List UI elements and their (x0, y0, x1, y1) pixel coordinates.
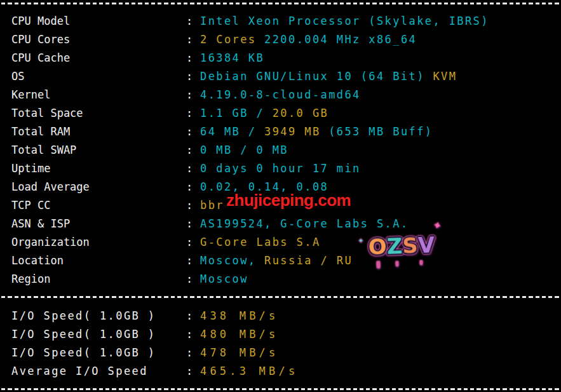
row-value: 438 MB/s (200, 309, 278, 322)
row-value: bbr (200, 199, 224, 212)
row-value: AS199524, G-Core Labs S.A. (200, 217, 409, 230)
paint-drip (420, 260, 422, 265)
row-colon: : (186, 307, 200, 325)
separator-line-bottom (1, 388, 559, 390)
row-value: 465.3 MB/s (200, 365, 298, 377)
row-colon: : (186, 344, 200, 362)
row-label: OS (11, 67, 186, 86)
row-colon: : (186, 252, 200, 270)
ozsv-letter: V (417, 234, 435, 256)
row-label: TCP CC (11, 196, 186, 215)
ozsv-letter: S (402, 234, 419, 257)
row-value: 0 days 0 hour 17 min (200, 162, 361, 175)
ozsv-logo-watermark: ✦ ✦ OZSV (365, 227, 438, 264)
row-value: 3949 MB (264, 125, 328, 138)
row-value: KVM (433, 70, 457, 83)
row-label: CPU Model (11, 12, 186, 30)
io-speed-section: I/O Speed( 1.0GB ): 438 MB/sI/O Speed( 1… (11, 307, 298, 381)
row-value: 478 MB/s (200, 346, 278, 359)
terminal-row: CPU Model: Intel Xeon Processor (Skylake… (11, 12, 489, 30)
terminal-row: CPU Cores: 2 Cores 2200.004 MHz x86_64 (11, 30, 489, 49)
terminal-row: Uptime: 0 days 0 hour 17 min (11, 159, 489, 178)
row-colon: : (186, 123, 200, 141)
row-colon: : (186, 12, 200, 30)
row-value: 16384 KB (200, 51, 264, 64)
row-value: 480 MB/s (200, 328, 278, 341)
row-label: I/O Speed( 1.0GB ) (11, 307, 186, 325)
row-value: 2 Cores (200, 33, 264, 46)
row-colon: : (186, 86, 200, 104)
terminal-row: I/O Speed( 1.0GB ): 480 MB/s (11, 325, 298, 344)
row-colon: : (186, 362, 200, 381)
row-label: Total Space (11, 104, 186, 123)
row-colon: : (186, 49, 200, 67)
terminal-row: CPU Cache: 16384 KB (11, 49, 489, 67)
row-label: Region (11, 270, 186, 288)
row-value: Debian GNU/Linux 10 (64 Bit) (200, 70, 433, 83)
terminal-row: Total RAM: 64 MB / 3949 MB (653 MB Buff) (11, 123, 489, 141)
row-label: Kernel (11, 86, 186, 104)
row-colon: : (186, 325, 200, 344)
row-colon: : (186, 159, 200, 178)
row-value: 20.0 GB (273, 107, 328, 119)
row-label: ASN & ISP (11, 215, 186, 233)
paint-drip (396, 261, 398, 266)
row-value: 4.19.0-8-cloud-amd64 (200, 88, 361, 101)
row-label: Location (11, 252, 186, 270)
terminal-row: OS: Debian GNU/Linux 10 (64 Bit) KVM (11, 67, 489, 86)
row-label: CPU Cache (11, 49, 186, 67)
row-value: 0 MB / 0 MB (200, 144, 288, 156)
terminal-row: Total Space: 1.1 GB / 20.0 GB (11, 104, 489, 123)
ozsv-letter: Z (386, 235, 403, 257)
row-colon: : (186, 30, 200, 49)
paint-drip (377, 261, 380, 268)
row-value: 2200.004 MHz x86_64 (264, 33, 417, 46)
row-label: I/O Speed( 1.0GB ) (11, 344, 186, 362)
terminal-row: Region: Moscow (11, 270, 489, 288)
separator-line-top (1, 3, 559, 4)
row-label: Total SWAP (11, 141, 186, 159)
row-value: 64 MB / (200, 125, 264, 138)
terminal-row: Total SWAP: 0 MB / 0 MB (11, 141, 489, 159)
row-label: I/O Speed( 1.0GB ) (11, 325, 186, 344)
terminal-row: Average I/O Speed: 465.3 MB/s (11, 362, 298, 381)
row-colon: : (186, 270, 200, 288)
row-colon: : (186, 196, 200, 215)
terminal-row: I/O Speed( 1.0GB ): 478 MB/s (11, 344, 298, 362)
row-label: CPU Cores (11, 30, 186, 49)
row-label: Organization (11, 233, 186, 252)
row-value: Moscow, (200, 254, 264, 267)
row-value: G-Core Labs S.A (200, 236, 321, 248)
row-label: Load Average (11, 178, 186, 196)
row-value: Moscow (200, 273, 248, 285)
row-value: Russia / RU (264, 254, 353, 267)
row-colon: : (186, 141, 200, 159)
ozsv-letter: O (368, 236, 387, 258)
row-label: Uptime (11, 159, 186, 178)
row-value: (653 MB Buff) (328, 125, 433, 138)
watermark-site-text: zhujiceping.com (226, 192, 351, 208)
row-value: Intel Xeon Processor (Skylake, IBRS) (200, 15, 489, 27)
terminal-row: I/O Speed( 1.0GB ): 438 MB/s (11, 307, 298, 325)
row-colon: : (186, 104, 200, 123)
row-label: Average I/O Speed (11, 362, 186, 381)
terminal-row: Kernel: 4.19.0-8-cloud-amd64 (11, 86, 489, 104)
row-colon: : (186, 215, 200, 233)
row-colon: : (186, 67, 200, 86)
row-colon: : (186, 233, 200, 252)
sparkle-icon: ✦ (358, 238, 364, 244)
separator-line-middle (1, 296, 559, 298)
row-label: Total RAM (11, 123, 186, 141)
terminal-window[interactable]: CPU Model: Intel Xeon Processor (Skylake… (0, 0, 561, 392)
row-colon: : (186, 178, 200, 196)
row-value: 1.1 GB / (200, 107, 273, 119)
